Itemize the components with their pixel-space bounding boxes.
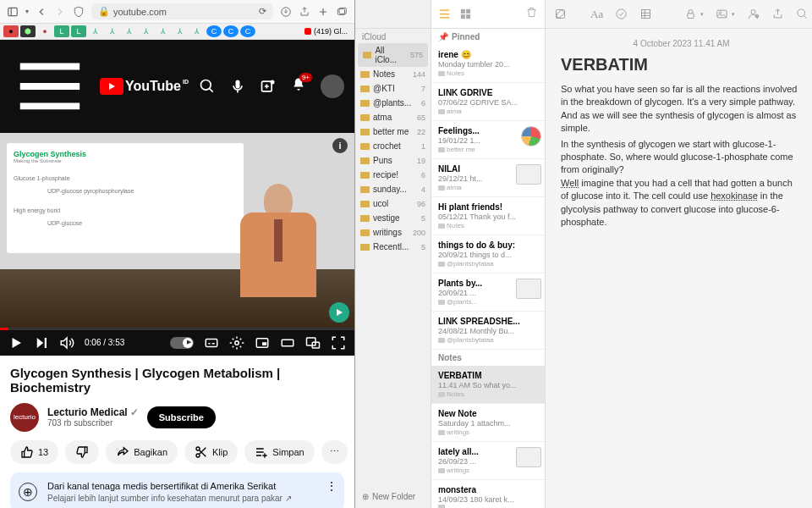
folder-item[interactable]: recipe!6 [355, 168, 431, 182]
tab-icon[interactable]: ● [37, 25, 52, 37]
avatar[interactable] [321, 75, 344, 98]
chevron-down-icon[interactable]: ▾ [25, 8, 29, 15]
folder-item[interactable]: atma65 [355, 110, 431, 124]
mic-icon[interactable] [229, 78, 246, 95]
tab-icon[interactable]: ⅄ [173, 25, 188, 37]
list-view-icon[interactable] [438, 8, 451, 20]
share-button[interactable]: Bagikan [106, 440, 178, 464]
clip-button[interactable]: Klip [184, 440, 238, 464]
captions-icon[interactable] [204, 335, 219, 351]
note-item[interactable]: Plants by...20/09/21 ...@plants... [431, 273, 545, 312]
folder-item[interactable]: Notes144 [355, 67, 431, 81]
search-icon[interactable] [796, 8, 809, 20]
folder-item[interactable]: writings200 [355, 225, 431, 240]
more-icon[interactable]: ⋮ [326, 479, 337, 493]
tab-icon[interactable]: ● [3, 25, 19, 37]
lock-icon[interactable] [684, 8, 697, 20]
note-item[interactable]: New NoteSaturday 1 attachm...writings [431, 404, 545, 442]
tab-icon[interactable]: ⬢ [20, 25, 36, 37]
tab-active[interactable]: (419) Gl... [304, 25, 348, 37]
notifications-button[interactable]: 9+ [290, 76, 307, 97]
folder-item[interactable]: Recentl...5 [355, 240, 431, 254]
folder-item[interactable]: vestige5 [355, 211, 431, 225]
search-icon[interactable] [199, 78, 216, 95]
tab-icon[interactable]: ⅄ [122, 25, 137, 37]
sidebar-icon[interactable] [7, 6, 19, 18]
shield-icon[interactable] [73, 6, 85, 18]
tab-icon[interactable]: C [223, 25, 239, 37]
create-icon[interactable] [260, 78, 277, 95]
save-button[interactable]: Simpan [244, 440, 314, 464]
note-item[interactable]: lately all...26/09/23 ...writings [431, 442, 545, 480]
miniplayer-icon[interactable] [255, 335, 270, 351]
note-item[interactable]: NILAI29/12/21 ht...atma [431, 159, 545, 197]
media-icon[interactable] [716, 8, 728, 20]
folder-item[interactable]: crochet1 [355, 139, 431, 153]
note-item[interactable]: LINK SPREADSHE...24/08/21 Monthly Bu...@… [431, 312, 545, 350]
health-info-card[interactable]: ⊕ Dari kanal tenaga medis bersertifikat … [10, 472, 344, 508]
tab-icon[interactable]: ⅄ [156, 25, 171, 37]
next-icon[interactable] [34, 335, 49, 351]
folder-item[interactable]: @KTI7 [355, 81, 431, 96]
note-item[interactable]: things to do & buy:20/09/21 things to d.… [431, 235, 545, 273]
share-icon[interactable] [771, 8, 784, 20]
note-item[interactable]: irene 😊Monday tumbler 20...Notes [431, 45, 545, 83]
dislike-button[interactable] [65, 440, 99, 464]
folder-item[interactable]: better me22 [355, 124, 431, 139]
fullscreen-icon[interactable] [331, 335, 346, 351]
volume-icon[interactable] [59, 335, 74, 351]
table-icon[interactable] [639, 8, 652, 20]
note-item[interactable]: Hi plant friends!05/12/21 Thank you f...… [431, 197, 545, 235]
more-button[interactable]: ⋯ [321, 440, 348, 464]
format-icon[interactable]: Aa [590, 8, 603, 21]
folder-item[interactable]: Puns19 [355, 153, 431, 168]
collaborate-icon[interactable] [747, 8, 760, 20]
compose-icon[interactable] [554, 8, 567, 20]
tab-icon[interactable]: ⅄ [139, 25, 154, 37]
folder-item[interactable]: @plants...6 [355, 96, 431, 110]
note-item[interactable]: Feelings...19/01/22 1...better me [431, 121, 545, 159]
play-overlay-icon[interactable] [329, 302, 349, 323]
play-icon[interactable] [8, 335, 24, 351]
channel-name[interactable]: Lecturio Medical✓ [47, 406, 139, 418]
chevron-down-icon[interactable]: ▾ [700, 11, 704, 18]
tab-icon[interactable]: ⅄ [88, 25, 103, 37]
reload-icon[interactable]: ⟳ [259, 6, 266, 17]
autoplay-toggle[interactable] [170, 337, 194, 349]
pip-icon[interactable] [305, 335, 321, 351]
checklist-icon[interactable] [615, 8, 628, 20]
forward-icon[interactable] [54, 6, 66, 18]
info-icon[interactable]: i [332, 138, 348, 153]
settings-icon[interactable] [229, 335, 244, 351]
share-icon[interactable] [299, 6, 310, 18]
progress-bar[interactable] [0, 328, 354, 330]
chevron-down-icon[interactable]: ▾ [732, 11, 735, 18]
editor-content[interactable]: 4 October 2023 11.41 AM VERBATIM So what… [546, 29, 812, 241]
tab-icon[interactable]: ⅄ [189, 25, 205, 37]
video-player[interactable]: Glycogen Synthesis Making the Substrate … [0, 133, 354, 328]
youtube-logo[interactable]: YouTube ID [100, 78, 189, 95]
channel-avatar[interactable]: lecturio [10, 403, 39, 432]
note-item[interactable]: VERBATIM11.41 AM So what yo...Notes [431, 366, 545, 404]
back-icon[interactable] [36, 6, 47, 18]
tabs-icon[interactable] [336, 6, 348, 18]
tab-icon[interactable]: ⅄ [105, 25, 120, 37]
folder-item[interactable]: sunday...4 [355, 182, 431, 196]
note-item[interactable]: LINK GDRIVE07/06/22 GDRIVE SA...atma [431, 83, 545, 121]
tab-icon[interactable]: L [54, 25, 69, 37]
address-bar[interactable]: 🔒 youtube.com ⟳ [91, 3, 273, 19]
theater-icon[interactable] [280, 335, 295, 351]
menu-icon[interactable] [10, 47, 90, 126]
subscribe-button[interactable]: Subscribe [147, 406, 216, 428]
new-folder-button[interactable]: ⊕New Folder [355, 485, 431, 508]
folder-item[interactable]: ucol96 [355, 196, 431, 211]
tab-icon[interactable]: C [206, 25, 222, 37]
trash-icon[interactable] [525, 6, 538, 19]
tab-icon[interactable]: L [71, 25, 86, 37]
like-button[interactable]: 13 [10, 440, 58, 464]
download-icon[interactable] [280, 6, 292, 18]
folder-item[interactable]: All iClo...575 [358, 43, 428, 67]
grid-view-icon[interactable] [459, 8, 472, 20]
tab-icon[interactable]: C [240, 25, 255, 37]
plus-icon[interactable] [317, 6, 329, 18]
